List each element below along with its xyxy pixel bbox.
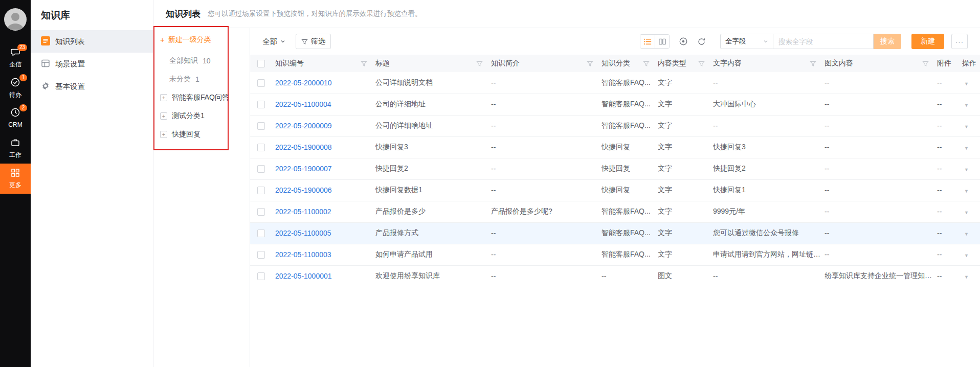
cell-title: 公司的详细啥地址	[375, 115, 491, 136]
category-item-uncategorized[interactable]: 未分类 1	[153, 70, 250, 88]
content-body: + 新建一级分类 全部知识 10 未分类 1 + 智能客服FAQ问答 + 测	[153, 28, 980, 367]
row-actions-caret[interactable]: ▼	[962, 272, 971, 282]
column-filter-icon[interactable]	[361, 60, 367, 67]
knowledge-id-link[interactable]: 2022-05-1900008	[275, 143, 332, 151]
refresh-button[interactable]	[697, 37, 706, 46]
knowledge-id-link[interactable]: 2022-05-1100003	[275, 250, 331, 259]
cell-category: --	[602, 265, 658, 287]
row-checkbox[interactable]	[257, 208, 265, 216]
sidebar-item-knowledge-list[interactable]: 知识列表	[31, 30, 153, 53]
category-label: 全部知识	[169, 56, 198, 65]
category-item-test1[interactable]: + 测试分类1	[153, 107, 250, 125]
preview-button[interactable]	[679, 37, 688, 46]
board-view-button[interactable]	[655, 35, 669, 48]
view-toggle	[640, 34, 670, 49]
cell-intro: --	[491, 94, 602, 115]
sidebar-item-label: 场景设置	[55, 59, 85, 69]
cell-category: 智能客服FAQ...	[602, 115, 658, 136]
column-filter-icon[interactable]	[587, 60, 593, 67]
rail-item-more[interactable]: 更多	[0, 164, 31, 194]
select-all-checkbox[interactable]	[257, 60, 265, 67]
row-actions-caret[interactable]: ▼	[962, 144, 971, 153]
rail-item-todo[interactable]: 待办 1	[0, 73, 31, 103]
row-checkbox[interactable]	[257, 122, 265, 130]
cell-category: 快捷回复	[602, 158, 658, 179]
cell-attachment: --	[937, 72, 962, 94]
category-item-faq[interactable]: + 智能客服FAQ问答	[153, 88, 250, 107]
row-actions-caret[interactable]: ▼	[962, 230, 971, 239]
category-label: 快捷回复	[172, 130, 201, 139]
cell-category: 智能客服FAQ...	[602, 222, 658, 244]
rail-item-work[interactable]: 工作	[0, 133, 31, 164]
row-checkbox[interactable]	[257, 251, 265, 259]
row-checkbox[interactable]	[257, 101, 265, 108]
row-checkbox[interactable]	[257, 230, 265, 237]
knowledge-id-link[interactable]: 2022-05-1100002	[275, 208, 331, 216]
row-checkbox[interactable]	[257, 165, 265, 173]
cell-content-type: 文字	[658, 136, 713, 158]
table-row: 2022-05-1900007 快捷回复2 -- 快捷回复 文字 快捷回复2 -…	[250, 158, 980, 179]
left-rail: 企信 23 待办 1 CRM 2 工作 更多	[0, 0, 31, 367]
filter-button[interactable]: 筛选	[296, 34, 331, 49]
row-checkbox[interactable]	[257, 144, 265, 151]
rail-item-qixin[interactable]: 企信 23	[0, 43, 31, 73]
search-input[interactable]	[773, 34, 874, 49]
column-header: 附件	[937, 59, 951, 67]
category-item-all[interactable]: 全部知识 10	[153, 52, 250, 70]
search-button[interactable]: 搜索	[874, 34, 901, 49]
field-select[interactable]: 全字段	[720, 34, 773, 49]
cell-attachment: --	[937, 179, 962, 201]
list-view-button[interactable]	[640, 35, 655, 48]
new-button[interactable]: 新建	[911, 34, 944, 49]
category-label: 智能客服FAQ问答	[172, 93, 229, 102]
column-filter-icon[interactable]	[922, 60, 929, 67]
column-filter-icon[interactable]	[476, 60, 483, 67]
table-header-row: 知识编号 标题 知识简介 知识分类 内容类型 文字内容 图文内容 附件 操作	[250, 55, 980, 72]
expand-icon[interactable]: +	[160, 131, 167, 138]
toolbar-left: 全部 筛选	[262, 34, 331, 49]
sidebar-item-scene-settings[interactable]: 场景设置	[31, 53, 153, 75]
module-sidebar: 知识库 知识列表 场景设置 基本设置	[31, 0, 153, 367]
row-checkbox[interactable]	[257, 79, 265, 87]
cell-image-content: --	[825, 115, 937, 136]
cell-title: 公司的详细地址	[375, 94, 491, 115]
expand-icon[interactable]: +	[160, 94, 167, 101]
row-actions-caret[interactable]: ▼	[962, 187, 971, 196]
knowledge-id-link[interactable]: 2022-05-2000010	[275, 79, 332, 87]
rail-item-crm[interactable]: CRM 2	[0, 103, 31, 133]
knowledge-id-link[interactable]: 2022-05-1000001	[275, 272, 332, 280]
knowledge-id-link[interactable]: 2022-05-2000009	[275, 122, 332, 130]
cell-attachment: --	[937, 158, 962, 179]
column-filter-icon[interactable]	[810, 60, 816, 67]
cell-text-content: 快捷回复3	[713, 136, 825, 158]
row-actions-caret[interactable]: ▼	[962, 165, 971, 174]
page-title: 知识列表	[166, 8, 201, 20]
row-actions-caret[interactable]: ▼	[962, 122, 971, 131]
avatar[interactable]	[4, 8, 27, 31]
category-item-quick-reply[interactable]: + 快捷回复	[153, 125, 250, 144]
new-category-button[interactable]: + 新建一级分类	[153, 32, 250, 48]
scope-dropdown[interactable]: 全部	[262, 37, 285, 47]
knowledge-id-link[interactable]: 2022-05-1100004	[275, 100, 331, 108]
row-actions-caret[interactable]: ▼	[962, 101, 971, 110]
knowledge-id-link[interactable]: 2022-05-1900006	[275, 186, 332, 194]
page-header: 知识列表 您可以通过场景设置下预览按钮，对知识库的展示效果进行预览查看。	[153, 0, 980, 28]
cell-image-content: --	[825, 244, 937, 265]
row-actions-caret[interactable]: ▼	[962, 251, 971, 260]
knowledge-id-link[interactable]: 2022-05-1900007	[275, 165, 332, 173]
cell-title: 公司详细说明文档	[375, 72, 491, 94]
row-actions-caret[interactable]: ▼	[962, 208, 971, 217]
cell-content-type: 图文	[658, 265, 713, 287]
cell-intro: 产品报价是多少呢?	[491, 201, 602, 222]
row-checkbox[interactable]	[257, 187, 265, 194]
row-checkbox[interactable]	[257, 272, 265, 280]
column-filter-icon[interactable]	[643, 60, 650, 67]
sidebar-item-basic-settings[interactable]: 基本设置	[31, 75, 153, 98]
column-filter-icon[interactable]	[698, 60, 705, 67]
row-actions-caret[interactable]: ▼	[962, 79, 971, 88]
more-actions-button[interactable]: ···	[951, 34, 968, 49]
cell-intro: --	[491, 115, 602, 136]
expand-icon[interactable]: +	[160, 112, 167, 120]
knowledge-id-link[interactable]: 2022-05-1100005	[275, 229, 331, 237]
column-header: 文字内容	[713, 59, 742, 68]
